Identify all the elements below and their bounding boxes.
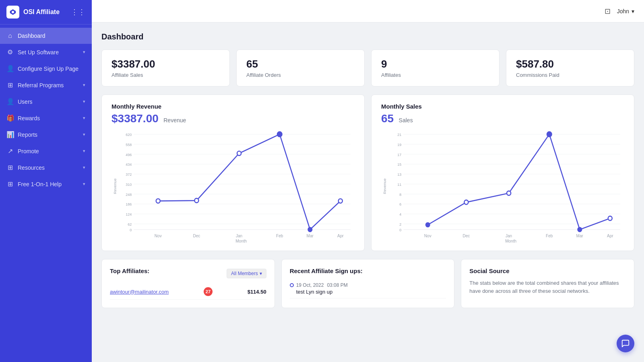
help-icon: ⊞ [6, 180, 14, 188]
sidebar-nav: ⌂ Dashboard ⚙ Set Up Software ▾ 👤 Config… [0, 25, 92, 362]
svg-text:Nov: Nov [424, 234, 432, 238]
reports-icon: 📊 [6, 131, 14, 138]
sales-main-label: Sales [399, 117, 413, 123]
svg-text:62: 62 [128, 222, 132, 226]
content-area: Dashboard $3387.00 Affiliate Sales 65 Af… [92, 23, 644, 362]
sidebar-item-label: Set Up Software [18, 49, 59, 56]
stat-value-commissions: $587.80 [516, 58, 624, 70]
chevron-down-icon: ▾ [83, 165, 85, 170]
sidebar-item-resources[interactable]: ⊞ Resources ▾ [0, 159, 92, 176]
svg-point-34 [237, 151, 241, 156]
svg-text:Apr: Apr [607, 234, 613, 238]
svg-text:11: 11 [397, 183, 401, 187]
svg-point-33 [194, 198, 198, 203]
svg-point-73 [608, 216, 612, 220]
svg-text:Feb: Feb [276, 234, 283, 238]
svg-text:17: 17 [397, 152, 401, 156]
svg-point-70 [507, 191, 511, 195]
sidebar-item-referral[interactable]: ⊞ Referral Programs ▾ [0, 77, 92, 93]
signup-list-item: 19 Oct, 2022 03:08 PM test Lyn sign up [290, 279, 446, 298]
sidebar-item-help[interactable]: ⊞ Free 1-On-1 Help ▾ [0, 176, 92, 192]
stat-value-affiliates: 9 [381, 58, 489, 70]
all-members-button[interactable]: All Members ▾ [227, 269, 266, 278]
revenue-line-chart: 620 558 496 434 372 310 248 186 124 62 0… [111, 130, 355, 243]
stat-cards: $3387.00 Affiliate Sales 65 Affiliate Or… [101, 49, 634, 86]
charts-row: Monthly Revenue $3387.00 Revenue [101, 95, 634, 251]
svg-text:Apr: Apr [337, 234, 344, 238]
sidebar-item-setup[interactable]: ⚙ Set Up Software ▾ [0, 44, 92, 60]
stat-value-sales: $3387.00 [111, 58, 220, 70]
svg-text:15: 15 [397, 162, 401, 167]
affiliate-list-item: awintour@mailinator.com 27 $114.50 [110, 284, 266, 300]
svg-point-68 [426, 222, 430, 227]
signup-name: test Lyn sign up [290, 289, 446, 295]
app-name: OSI Affiliate [23, 8, 60, 16]
svg-point-37 [339, 199, 343, 203]
svg-text:Mar: Mar [307, 234, 314, 238]
sidebar-item-users[interactable]: 👤 Users ▾ [0, 93, 92, 110]
chevron-down-icon: ▾ [83, 99, 85, 104]
topbar: ⊡ John ▾ [92, 0, 644, 23]
stat-card-affiliates: 9 Affiliates [371, 49, 500, 86]
affiliate-email[interactable]: awintour@mailinator.com [110, 289, 169, 295]
sidebar: OSI Affiliate ⋮⋮ ⌂ Dashboard ⚙ Set Up So… [0, 0, 92, 362]
stat-label-orders: Affiliate Orders [246, 72, 355, 78]
signup-dot-icon [290, 283, 294, 287]
sales-main-value: 65 [381, 112, 394, 125]
recent-signups-card: Recent Affiliate Sign ups: 19 Oct, 2022 … [281, 259, 455, 308]
revenue-main-value: $3387.00 [111, 112, 159, 125]
svg-text:Mar: Mar [576, 234, 584, 238]
main-content: ⊡ John ▾ Dashboard $3387.00 Affiliate Sa… [92, 0, 644, 362]
sidebar-item-label: Resources [18, 165, 45, 171]
stat-value-orders: 65 [246, 58, 355, 70]
referral-icon: ⊞ [6, 81, 14, 89]
svg-text:Month: Month [235, 239, 247, 243]
svg-text:21: 21 [397, 133, 401, 137]
stat-card-sales: $3387.00 Affiliate Sales [101, 49, 230, 86]
chat-button[interactable] [617, 335, 634, 352]
chevron-down-icon: ▾ [83, 132, 85, 137]
chevron-down-icon: ▾ [83, 115, 85, 121]
svg-text:558: 558 [126, 143, 132, 147]
affiliate-count-badge: 27 [204, 287, 213, 296]
sidebar-item-label: Reports [18, 132, 37, 138]
recent-signups-title: Recent Affiliate Sign ups: [290, 267, 446, 274]
sidebar-header: OSI Affiliate ⋮⋮ [0, 0, 92, 25]
chevron-down-icon: ▾ [260, 271, 262, 276]
sidebar-item-label: Users [18, 99, 33, 105]
social-source-title: Social Source [469, 267, 626, 274]
user-menu[interactable]: John ▾ [617, 8, 634, 14]
sidebar-item-label: Configure Sign Up Page [18, 66, 78, 72]
svg-point-32 [156, 199, 160, 203]
svg-text:248: 248 [126, 192, 132, 196]
layout-icon[interactable]: ⊡ [605, 7, 611, 16]
svg-text:Revenue: Revenue [383, 179, 387, 194]
configure-icon: 👤 [6, 65, 14, 72]
chevron-down-icon: ▾ [83, 181, 85, 187]
sidebar-item-rewards[interactable]: 🎁 Rewards ▾ [0, 110, 92, 126]
stat-label-sales: Affiliate Sales [111, 72, 220, 78]
svg-point-1 [12, 11, 14, 13]
svg-point-72 [578, 227, 582, 232]
sidebar-item-label: Free 1-On-1 Help [18, 181, 62, 187]
svg-text:0: 0 [399, 228, 401, 232]
sidebar-item-label: Promote [18, 148, 39, 154]
sidebar-item-promote[interactable]: ↗ Promote ▾ [0, 143, 92, 159]
svg-point-69 [464, 200, 468, 204]
page-title: Dashboard [101, 32, 634, 41]
svg-text:124: 124 [126, 212, 132, 216]
sales-chart-title: Monthly Sales [381, 103, 624, 110]
bottom-row: Top Affiliates: All Members ▾ awintour@m… [101, 259, 634, 308]
sidebar-item-reports[interactable]: 📊 Reports ▾ [0, 126, 92, 143]
revenue-chart-title: Monthly Revenue [111, 103, 355, 110]
affiliate-amount: $114.50 [248, 289, 266, 295]
sidebar-item-configure[interactable]: 👤 Configure Sign Up Page [0, 60, 92, 77]
menu-icon[interactable]: ⋮⋮ [71, 8, 85, 16]
sidebar-item-dashboard[interactable]: ⌂ Dashboard [0, 28, 92, 44]
user-chevron-icon: ▾ [632, 8, 634, 14]
signup-time: 03:08 PM [327, 282, 347, 288]
stat-label-commissions: Commissions Paid [516, 72, 624, 78]
stat-label-affiliates: Affiliates [381, 72, 489, 78]
svg-text:13: 13 [397, 173, 401, 177]
svg-point-71 [547, 132, 552, 137]
